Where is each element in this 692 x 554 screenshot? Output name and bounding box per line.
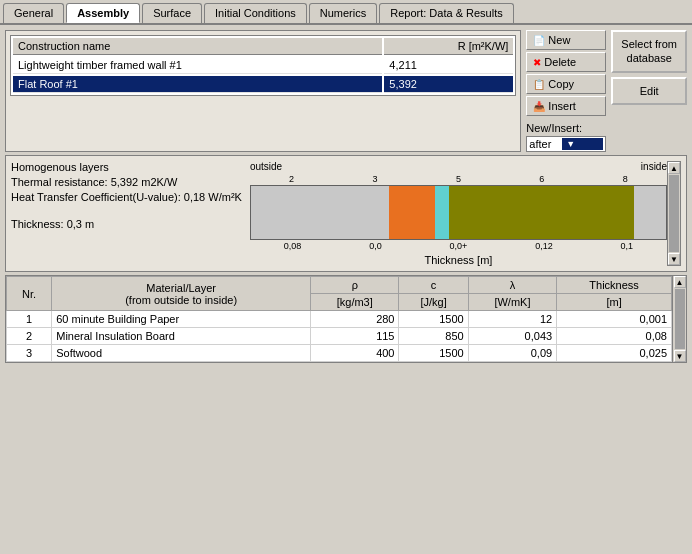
layer-material-2: Mineral Insulation Board	[52, 328, 311, 345]
layers-table: Nr. Material/Layer (from outside to insi…	[6, 276, 672, 362]
chart-area: outside inside 2 3 5 6 8 0,08	[250, 161, 681, 266]
layer-nr-3: 3	[7, 345, 52, 362]
col-lambda: λ	[468, 277, 556, 294]
layer-nr-1: 1	[7, 311, 52, 328]
layer-lambda-2: 0,043	[468, 328, 556, 345]
layers-table-area: Nr. Material/Layer (from outside to insi…	[5, 275, 687, 363]
col-rho-unit: [kg/m3]	[311, 294, 399, 311]
select-from-db-button[interactable]: Select from database	[611, 30, 687, 73]
layer-rho-1: 280	[311, 311, 399, 328]
scrollbar-thumb	[669, 175, 679, 252]
thickness-info: Thickness: 0,3 m	[11, 218, 242, 230]
thickness-axis-label: Thickness [m]	[250, 254, 681, 266]
col-nr: Nr.	[7, 277, 52, 311]
col-c-unit: [J/kg]	[399, 294, 468, 311]
col-thickness-unit: [m]	[557, 294, 672, 311]
tab-initial-conditions[interactable]: Initial Conditions	[204, 3, 307, 23]
layer-nr-2: 2	[7, 328, 52, 345]
layer-rho-2: 115	[311, 328, 399, 345]
col-thickness: Thickness	[557, 277, 672, 294]
col-header-r: R [m²K/W]	[384, 38, 513, 55]
table-scroll-up[interactable]: ▲	[674, 276, 686, 288]
table-row[interactable]: Lightweight timber framed wall #1 4,211	[13, 57, 513, 74]
table-scroll-down[interactable]: ▼	[674, 350, 686, 362]
layer-material-1: 60 minute Building Paper	[52, 311, 311, 328]
bar-1	[251, 186, 389, 239]
col-c: c	[399, 277, 468, 294]
tab-bar: General Assembly Surface Initial Conditi…	[0, 0, 692, 25]
copy-icon	[533, 78, 545, 90]
construction-name-2: Flat Roof #1	[13, 76, 382, 93]
table-scrollbar-thumb	[675, 289, 685, 349]
right-buttons-group: New Delete Copy Insert New/Insert: after…	[526, 30, 606, 152]
copy-button[interactable]: Copy	[526, 74, 606, 94]
after-dropdown[interactable]: after ▼	[526, 136, 606, 152]
layer-thickness-1: 0,001	[557, 311, 672, 328]
col-header-name: Construction name	[13, 38, 382, 55]
layer-row-1[interactable]: 1 60 minute Building Paper 280 1500 12 0…	[7, 311, 672, 328]
bar-3	[435, 186, 449, 239]
scroll-down[interactable]: ▼	[668, 253, 680, 265]
construction-r-2: 5,392	[384, 76, 513, 93]
dropdown-arrow-icon: ▼	[562, 138, 603, 150]
layer-c-2: 850	[399, 328, 468, 345]
col-material: Material/Layer (from outside to inside)	[52, 277, 311, 311]
action-panel: Select from database Edit	[611, 30, 687, 152]
chart-top-labels: outside inside	[250, 161, 681, 172]
layer-lambda-3: 0,09	[468, 345, 556, 362]
scroll-up[interactable]: ▲	[668, 162, 680, 174]
col-rho: ρ	[311, 277, 399, 294]
tab-assembly[interactable]: Assembly	[66, 3, 140, 23]
layer-row-3[interactable]: 3 Softwood 400 1500 0,09 0,025	[7, 345, 672, 362]
col-lambda-unit: [W/mK]	[468, 294, 556, 311]
bar-4	[449, 186, 634, 239]
layer-material-3: Softwood	[52, 345, 311, 362]
delete-button[interactable]: Delete	[526, 52, 606, 72]
heat-transfer: Heat Transfer Coefficient(U-value): 0,18…	[11, 191, 242, 203]
construction-name-1: Lightweight timber framed wall #1	[13, 57, 382, 74]
chart-bars	[250, 185, 667, 240]
layers-table-container: Nr. Material/Layer (from outside to insi…	[6, 276, 672, 362]
info-panel: Homogenous layers Thermal resistance: 5,…	[11, 161, 242, 266]
edit-button[interactable]: Edit	[611, 77, 687, 105]
bar-2	[389, 186, 435, 239]
new-icon	[533, 34, 545, 46]
layer-c-1: 1500	[399, 311, 468, 328]
chart-bottom-numbers: 0,08 0,0 0,0+ 0,12 0,1	[250, 241, 681, 251]
layer-thickness-3: 0,025	[557, 345, 672, 362]
layer-type: Homogenous layers	[11, 161, 242, 173]
construction-r-1: 4,211	[384, 57, 513, 74]
insert-button[interactable]: Insert	[526, 96, 606, 116]
table-scrollbar[interactable]: ▲ ▼	[672, 276, 686, 362]
chart-tick-numbers: 2 3 5 6 8	[250, 174, 681, 184]
tab-general[interactable]: General	[3, 3, 64, 23]
bottom-section: Homogenous layers Thermal resistance: 5,…	[5, 155, 687, 272]
thermal-resistance: Thermal resistance: 5,392 m2K/W	[11, 176, 242, 188]
layer-rho-3: 400	[311, 345, 399, 362]
tab-surface[interactable]: Surface	[142, 3, 202, 23]
new-button[interactable]: New	[526, 30, 606, 50]
delete-icon	[533, 56, 541, 68]
inside-label: inside	[641, 161, 667, 172]
construction-area: Construction name R [m²K/W] Lightweight …	[5, 30, 521, 152]
construction-table: Construction name R [m²K/W] Lightweight …	[10, 35, 516, 96]
layer-lambda-1: 12	[468, 311, 556, 328]
layer-thickness-2: 0,08	[557, 328, 672, 345]
insert-icon	[533, 100, 545, 112]
table-row-selected[interactable]: Flat Roof #1 5,392	[13, 76, 513, 93]
tab-report[interactable]: Report: Data & Results	[379, 3, 514, 23]
top-section: Construction name R [m²K/W] Lightweight …	[0, 25, 692, 155]
layer-c-3: 1500	[399, 345, 468, 362]
bottom-inner: Homogenous layers Thermal resistance: 5,…	[11, 161, 681, 266]
tab-numerics[interactable]: Numerics	[309, 3, 377, 23]
new-insert-group: New/Insert: after ▼	[526, 122, 606, 152]
outside-label: outside	[250, 161, 282, 172]
layer-row-2[interactable]: 2 Mineral Insulation Board 115 850 0,043…	[7, 328, 672, 345]
bar-5	[634, 186, 666, 239]
chart-scrollbar[interactable]: ▲ ▼	[667, 161, 681, 266]
new-insert-label: New/Insert:	[526, 122, 606, 134]
